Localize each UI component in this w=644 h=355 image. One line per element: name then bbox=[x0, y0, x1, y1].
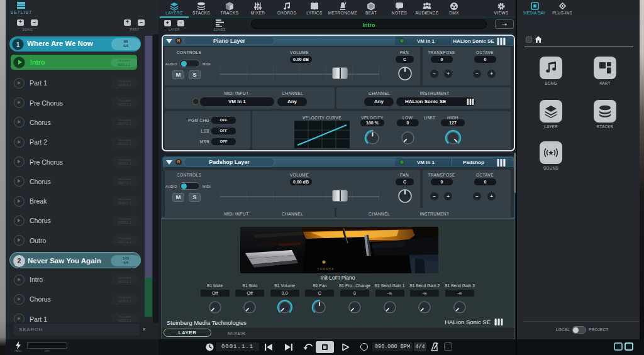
svg-text:YAMAHA: YAMAHA bbox=[317, 268, 334, 271]
